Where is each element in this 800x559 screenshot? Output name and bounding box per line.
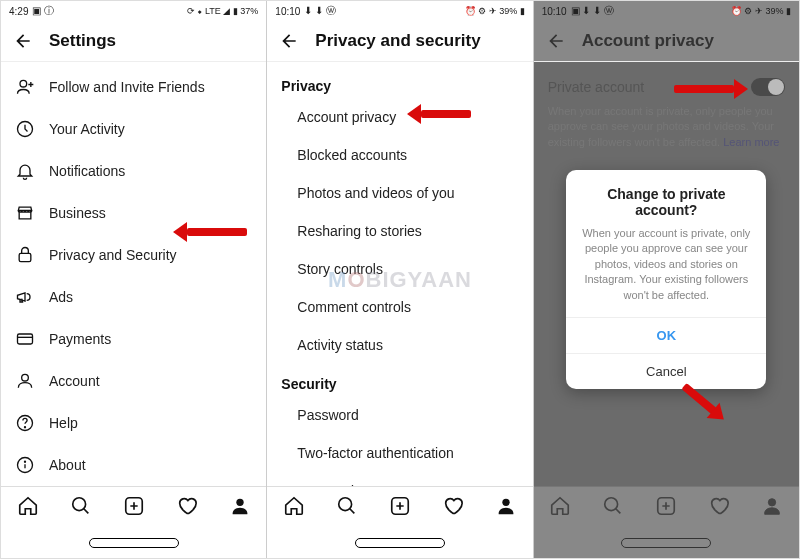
- row-label: Account: [49, 373, 100, 389]
- info-icon: [15, 455, 35, 475]
- status-time: 10:10: [275, 6, 300, 17]
- nav-home-icon[interactable]: [283, 495, 305, 521]
- row-password[interactable]: Password: [267, 396, 532, 434]
- privacy-list: Privacy Account privacy Blocked accounts…: [267, 62, 532, 486]
- dialog-cancel-button[interactable]: Cancel: [566, 353, 766, 389]
- status-right: ⟳ ⬥ LTE ◢ ▮ 37%: [187, 6, 258, 16]
- row-help[interactable]: Help: [1, 402, 266, 444]
- nav-heart-icon[interactable]: [442, 495, 464, 521]
- svg-point-8: [25, 461, 26, 462]
- page-title: Settings: [49, 31, 116, 51]
- help-icon: [15, 413, 35, 433]
- megaphone-icon: [15, 287, 35, 307]
- row-blocked-accounts[interactable]: Blocked accounts: [267, 136, 532, 174]
- row-follow-invite[interactable]: Follow and Invite Friends: [1, 66, 266, 108]
- row-label: Privacy and Security: [49, 247, 177, 263]
- svg-point-14: [502, 498, 509, 505]
- nav-heart-icon[interactable]: [176, 495, 198, 521]
- nav-home-icon[interactable]: [17, 495, 39, 521]
- row-comment-controls[interactable]: Comment controls: [267, 288, 532, 326]
- row-label: Follow and Invite Friends: [49, 79, 205, 95]
- status-time: 4:29: [9, 6, 28, 17]
- privacy-security-screen: 10:10 ⬇ ⬇ ⓦ ⏰ ⚙ ✈ 39% ▮ Privacy and secu…: [267, 1, 533, 558]
- settings-list: Follow and Invite Friends Your Activity …: [1, 62, 266, 486]
- row-account[interactable]: Account: [1, 360, 266, 402]
- status-right: ⏰ ⚙ ✈ 39% ▮: [465, 6, 525, 16]
- row-activity-status[interactable]: Activity status: [267, 326, 532, 364]
- nav-profile-icon[interactable]: [229, 495, 251, 521]
- row-access-data[interactable]: Access data: [267, 472, 532, 486]
- user-icon: [15, 371, 35, 391]
- row-your-activity[interactable]: Your Activity: [1, 108, 266, 150]
- dialog-ok-button[interactable]: OK: [566, 317, 766, 353]
- svg-point-0: [20, 80, 27, 87]
- svg-point-4: [22, 374, 29, 381]
- svg-point-9: [72, 497, 85, 510]
- row-resharing-stories[interactable]: Resharing to stories: [267, 212, 532, 250]
- header: Settings: [1, 21, 266, 62]
- header: Privacy and security: [267, 21, 532, 62]
- store-icon: [15, 203, 35, 223]
- svg-rect-3: [18, 334, 33, 344]
- account-privacy-screen: 10:10 ▣ ⬇ ⬇ ⓦ ⏰ ⚙ ✈ 39% ▮ Account privac…: [534, 1, 799, 558]
- row-photos-videos[interactable]: Photos and videos of you: [267, 174, 532, 212]
- row-label: Notifications: [49, 163, 125, 179]
- nav-search-icon[interactable]: [70, 495, 92, 521]
- back-arrow-icon[interactable]: [279, 31, 299, 51]
- row-about[interactable]: About: [1, 444, 266, 486]
- settings-screen: 4:29 ▣ ⓘ ⟳ ⬥ LTE ◢ ▮ 37% Settings Follow…: [1, 1, 267, 558]
- row-label: Help: [49, 415, 78, 431]
- row-label: About: [49, 457, 86, 473]
- row-payments[interactable]: Payments: [1, 318, 266, 360]
- nav-profile-icon[interactable]: [495, 495, 517, 521]
- section-security: Security: [267, 364, 532, 396]
- card-icon: [15, 329, 35, 349]
- row-account-privacy[interactable]: Account privacy: [267, 98, 532, 136]
- back-arrow-icon[interactable]: [13, 31, 33, 51]
- row-business[interactable]: Business: [1, 192, 266, 234]
- bottom-nav: [1, 486, 266, 528]
- row-notifications[interactable]: Notifications: [1, 150, 266, 192]
- dialog-backdrop: Change to private account? When your acc…: [534, 1, 799, 558]
- private-account-dialog: Change to private account? When your acc…: [566, 170, 766, 389]
- svg-point-12: [339, 497, 352, 510]
- nav-search-icon[interactable]: [336, 495, 358, 521]
- dialog-title: Change to private account?: [566, 170, 766, 226]
- nav-add-icon[interactable]: [123, 495, 145, 521]
- android-nav-bar: [1, 528, 266, 558]
- bottom-nav: [267, 486, 532, 528]
- row-story-controls[interactable]: Story controls: [267, 250, 532, 288]
- row-privacy-security[interactable]: Privacy and Security: [1, 234, 266, 276]
- nav-add-icon[interactable]: [389, 495, 411, 521]
- row-label: Payments: [49, 331, 111, 347]
- android-home-pill[interactable]: [355, 538, 445, 548]
- svg-point-6: [25, 427, 26, 428]
- dialog-body: When your account is private, only peopl…: [566, 226, 766, 317]
- status-bar: 10:10 ⬇ ⬇ ⓦ ⏰ ⚙ ✈ 39% ▮: [267, 1, 532, 21]
- add-user-icon: [15, 77, 35, 97]
- row-two-factor[interactable]: Two-factor authentication: [267, 434, 532, 472]
- clock-icon: [15, 119, 35, 139]
- row-label: Ads: [49, 289, 73, 305]
- page-title: Privacy and security: [315, 31, 480, 51]
- status-left-icons: ⬇ ⬇ ⓦ: [304, 4, 336, 18]
- android-home-pill[interactable]: [89, 538, 179, 548]
- lock-icon: [15, 245, 35, 265]
- status-left-icons: ▣ ⓘ: [32, 4, 54, 18]
- svg-rect-2: [19, 253, 31, 261]
- row-label: Your Activity: [49, 121, 125, 137]
- android-nav-bar: [267, 528, 532, 558]
- status-bar: 4:29 ▣ ⓘ ⟳ ⬥ LTE ◢ ▮ 37%: [1, 1, 266, 21]
- row-label: Business: [49, 205, 106, 221]
- bell-icon: [15, 161, 35, 181]
- row-ads[interactable]: Ads: [1, 276, 266, 318]
- section-privacy: Privacy: [267, 66, 532, 98]
- svg-point-11: [236, 498, 243, 505]
